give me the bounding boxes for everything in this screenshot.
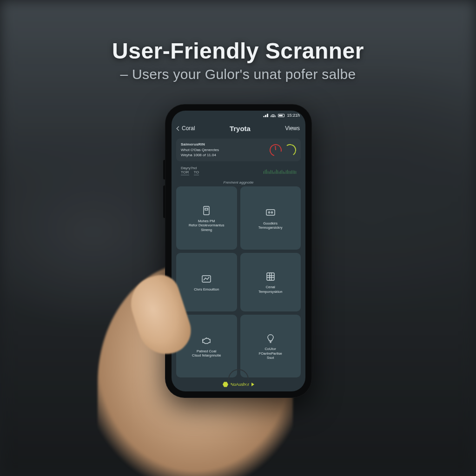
card-label: Mohes PMRefor DeslevormantusSineng <box>189 219 225 232</box>
phone-screen: 15:21h Coral Tryota Views SalmerusRIN Wh… <box>172 111 305 391</box>
feature-card-5[interactable]: CoUtorFOartreParliseSsot <box>240 315 301 377</box>
row2-label: Dayry7nd <box>181 166 199 170</box>
hex-icon <box>223 382 228 387</box>
feature-card-2[interactable]: Clvrs Emouition <box>176 253 237 311</box>
engine-icon <box>199 334 213 347</box>
document-icon <box>199 204 213 217</box>
info-line1: SalmerusRIN <box>181 142 266 147</box>
card-label: CoUtorFOartreParliseSsot <box>259 347 282 360</box>
nav-bar: Coral Tryota Views <box>172 120 305 137</box>
row2-b1: TOR <box>181 170 189 175</box>
phone-frame: 15:21h Coral Tryota Views SalmerusRIN Wh… <box>165 104 312 398</box>
play-icon <box>251 383 254 386</box>
vehicle-info-text: SalmerusRIN Whot O'Das Qenerctes Weyha 1… <box>181 142 266 158</box>
promo-subtitle: – Users your Gulor's unat pofer salbe <box>0 66 476 82</box>
row2-values: TOR TO <box>181 170 199 175</box>
back-label: Coral <box>182 125 195 132</box>
bulb-icon <box>264 332 278 345</box>
back-button[interactable]: Coral <box>177 125 195 132</box>
feature-grid: Mohes PMRefor DeslevormantusSineng Goodk… <box>172 186 305 377</box>
row2-b2: TO <box>194 170 199 175</box>
gauge-green-icon <box>283 143 297 157</box>
promo-title: User-Friendly Scranner <box>0 38 476 64</box>
card-label: CenalTemporsyskton <box>258 285 283 294</box>
signal-icon <box>263 113 268 117</box>
gauge-cluster <box>270 144 296 156</box>
views-button[interactable]: Views <box>285 125 300 132</box>
vehicle-info-card[interactable]: SalmerusRIN Whot O'Das Qenerctes Weyha 1… <box>176 139 301 161</box>
promo-overlay: User-Friendly Scranner – Users your Gulo… <box>0 38 476 82</box>
svg-rect-0 <box>204 206 209 215</box>
status-bar: 15:21h <box>172 111 305 120</box>
display-icon <box>264 206 278 219</box>
feature-card-3[interactable]: CenalTemporsyskton <box>240 253 301 311</box>
grid-icon <box>264 270 278 283</box>
card-label: Patned CoalClsud fetargnnotie <box>192 349 221 358</box>
gauge-red-icon <box>267 142 284 159</box>
feature-card-0[interactable]: Mohes PMRefor DeslevormantusSineng <box>176 186 237 249</box>
secondary-row: Dayry7nd TOR TO <box>176 164 301 177</box>
row2-left: Dayry7nd TOR TO <box>181 166 199 175</box>
feature-card-1[interactable]: GoodkirsTennogarsickry <box>240 186 301 249</box>
battery-icon <box>278 114 284 117</box>
waveform-icon <box>264 167 296 174</box>
chart-icon <box>199 272 213 285</box>
svg-rect-1 <box>205 208 208 210</box>
info-line2: Whot O'Das Qenerctes <box>181 148 266 153</box>
svg-rect-2 <box>266 210 275 215</box>
card-label: Clvrs Emouition <box>194 287 219 291</box>
svg-point-3 <box>268 212 270 213</box>
home-button[interactable] <box>228 369 249 390</box>
svg-rect-6 <box>267 273 274 280</box>
info-line3: Weyha 1008 of 11.04 <box>181 153 266 158</box>
chevron-left-icon <box>177 126 181 131</box>
page-title: Tryota <box>230 125 251 132</box>
svg-point-4 <box>271 212 272 213</box>
wifi-icon <box>271 113 276 117</box>
card-label: GoodkirsTennogarsickry <box>258 221 283 230</box>
status-time: 15:21h <box>287 113 300 118</box>
section-label: Frenhent aggnotie <box>172 180 305 185</box>
